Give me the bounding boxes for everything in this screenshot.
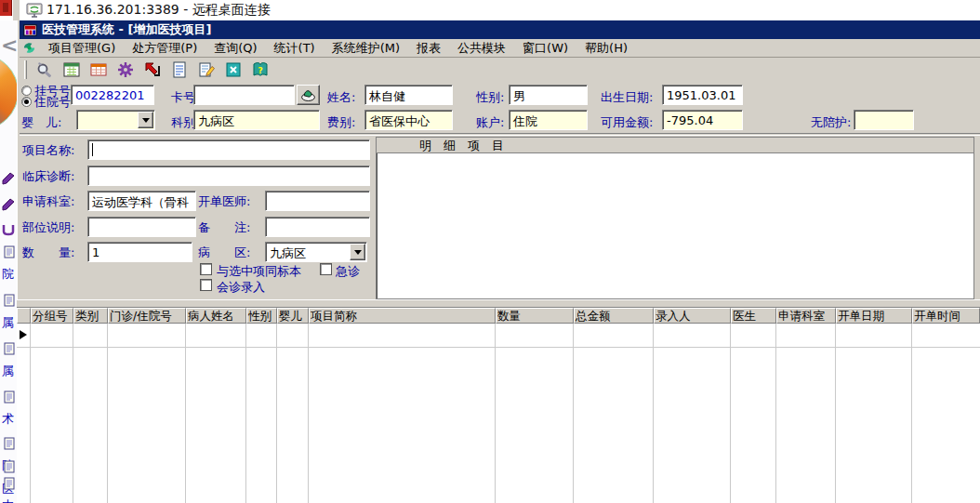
- baby-combo-arrow[interactable]: [138, 112, 153, 128]
- registration-number-input[interactable]: 002282201: [71, 85, 154, 105]
- table-icon[interactable]: [86, 59, 111, 81]
- splitter[interactable]: [17, 299, 980, 308]
- grid-column-line: [245, 324, 246, 503]
- balance-field[interactable]: -795.04: [662, 110, 743, 130]
- consult-entry-label[interactable]: 会诊录入: [217, 279, 265, 296]
- part-note-input[interactable]: [87, 217, 196, 237]
- edit-document-icon[interactable]: [193, 59, 219, 81]
- grid-column-line: [73, 324, 73, 503]
- menu-item[interactable]: 窗口(W): [514, 38, 576, 59]
- grid-column-header[interactable]: 医生: [731, 308, 776, 324]
- toolbar: ?: [20, 58, 980, 82]
- same-specimen-checkbox[interactable]: [200, 263, 212, 275]
- card-reader-icon: [299, 87, 317, 102]
- item-name-label: 项目名称:: [22, 142, 74, 159]
- grid-column-header[interactable]: 数量: [496, 308, 574, 324]
- grid-body[interactable]: [17, 324, 980, 503]
- name-label: 姓名:: [327, 89, 355, 106]
- emergency-checkbox[interactable]: [320, 263, 332, 275]
- same-specimen-label[interactable]: 与选中项同标本: [217, 263, 301, 280]
- card-number-input[interactable]: [193, 85, 295, 105]
- book-icon: [1, 170, 16, 185]
- book-icon: [1, 196, 16, 211]
- item-name-input[interactable]: [87, 139, 370, 160]
- background-window-edge: [12, 0, 20, 20]
- document-icon: [4, 460, 15, 473]
- consult-entry-checkbox[interactable]: [200, 279, 212, 291]
- grid-column-header[interactable]: 申请科室: [776, 308, 836, 324]
- document-icon: [4, 294, 15, 307]
- background-text: 术: [2, 411, 17, 428]
- menu-item[interactable]: 查询(Q): [205, 38, 265, 59]
- grid-column-header[interactable]: 录入人: [654, 308, 731, 324]
- chevron-down-icon: [142, 118, 150, 126]
- card-reader-button[interactable]: [297, 85, 320, 105]
- gender-input[interactable]: 男: [509, 85, 588, 105]
- current-row-indicator-icon: [20, 330, 27, 339]
- escort-label: 无陪护:: [811, 114, 851, 131]
- help-book-icon[interactable]: ?: [247, 59, 272, 81]
- birth-date-input[interactable]: 1951.03.01: [662, 85, 743, 105]
- rdp-title-bar: 171.16.36.201:3389 - 远程桌面连接: [0, 0, 980, 20]
- account-field[interactable]: 住院: [509, 110, 588, 130]
- document-icon: [4, 245, 15, 258]
- cup-icon: [1, 223, 16, 238]
- document-icon: [4, 437, 15, 450]
- grid-column-header[interactable]: 病人姓名: [186, 308, 246, 324]
- menu-item[interactable]: 系统维护(M): [324, 38, 408, 59]
- grid-column-line: [30, 324, 31, 503]
- diagnosis-input[interactable]: [87, 165, 370, 186]
- app-title-bar[interactable]: 医技管理系统 - [增加医技项目]: [20, 20, 980, 39]
- fee-type-label: 费别:: [327, 114, 355, 131]
- ward-combo-arrow[interactable]: [350, 244, 365, 260]
- grid-column-header[interactable]: 性别: [246, 308, 277, 324]
- rdp-connection-title: 171.16.36.201:3389 - 远程桌面连接: [46, 2, 271, 19]
- dept-field[interactable]: 九病区: [193, 110, 320, 130]
- grid-column-header[interactable]: 门诊/住院号: [108, 308, 186, 324]
- background-text: 属: [2, 314, 17, 331]
- menu-item[interactable]: 帮助(H): [576, 38, 636, 59]
- menu-item[interactable]: 项目管理(G): [40, 38, 124, 59]
- grid-column-header[interactable]: 类别: [73, 308, 108, 324]
- calendar-icon[interactable]: [59, 59, 84, 81]
- request-dept-input[interactable]: 运动医学科（骨科: [87, 191, 196, 211]
- app-icon: [23, 23, 37, 37]
- menu-item[interactable]: 处方管理(P): [124, 38, 205, 59]
- search-icon[interactable]: [32, 59, 57, 81]
- grid-column-header[interactable]: 开单时间: [912, 308, 980, 324]
- toolbar-grip[interactable]: [24, 60, 27, 79]
- grid-column-header[interactable]: 婴儿: [277, 308, 309, 324]
- emergency-label[interactable]: 急诊: [336, 263, 360, 280]
- exit-icon[interactable]: [139, 59, 165, 81]
- escort-field[interactable]: [854, 110, 914, 130]
- quantity-input[interactable]: 1: [87, 242, 192, 262]
- doctor-input[interactable]: [265, 191, 370, 211]
- menu-item[interactable]: 统计(T): [266, 38, 324, 59]
- close-box-icon[interactable]: [220, 59, 245, 81]
- grid-column-header[interactable]: 开单日期: [836, 308, 912, 324]
- grid-column-header[interactable]: 总金额: [574, 308, 654, 324]
- window-title: 医技管理系统 - [增加医技项目]: [42, 21, 211, 38]
- menu-item[interactable]: 报表: [408, 38, 449, 59]
- grid-header: 分组号类别门诊/住院号病人姓名性别婴儿项目简称数量总金额录入人医生申请科室开单日…: [17, 308, 980, 324]
- grid-column-line: [653, 324, 654, 503]
- grid-column-header[interactable]: 分组号: [31, 308, 73, 324]
- name-input[interactable]: 林自健: [364, 85, 453, 105]
- gear-icon[interactable]: [113, 59, 138, 81]
- menu-item[interactable]: 公共模块: [449, 38, 514, 59]
- birth-date-label: 出生日期:: [601, 89, 653, 106]
- grid-column-header[interactable]: [17, 308, 31, 324]
- grid-column-line: [495, 324, 496, 503]
- document-icon: [4, 477, 15, 490]
- child-window-icon[interactable]: [22, 41, 36, 55]
- document-icon[interactable]: [166, 59, 192, 81]
- registration-radio[interactable]: [21, 86, 32, 96]
- inpatient-radio[interactable]: [21, 97, 32, 107]
- grid-column-header[interactable]: 项目简称: [309, 308, 496, 324]
- grid-column-line: [276, 324, 277, 503]
- remark-input[interactable]: [265, 217, 370, 237]
- fee-type-field[interactable]: 省医保中心: [364, 110, 453, 130]
- document-icon: [4, 390, 15, 404]
- gender-label: 性别:: [476, 89, 504, 106]
- inpatient-radio-label[interactable]: 住院号: [34, 94, 71, 111]
